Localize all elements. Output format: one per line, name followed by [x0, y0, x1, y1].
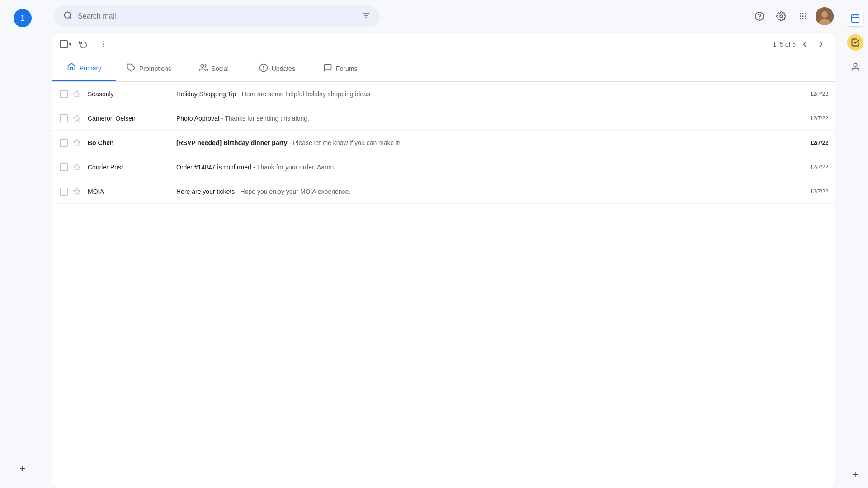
email-preview: - Thank for your order, Aaron.	[251, 164, 336, 171]
pagination-text: 1–5 of 5	[773, 41, 796, 48]
svg-marker-31	[74, 164, 80, 170]
search-filter-icon[interactable]	[362, 11, 371, 22]
star-icon[interactable]	[71, 89, 82, 99]
email-subject-preview: Order #14847 is confirmed - Thank for yo…	[176, 164, 803, 171]
select-dropdown-icon[interactable]: ▾	[69, 41, 71, 47]
email-checkbox[interactable]	[60, 90, 68, 98]
email-date: 12/7/22	[810, 140, 828, 146]
email-date: 12/7/22	[810, 188, 828, 195]
settings-button[interactable]	[772, 7, 790, 25]
tab-forums[interactable]: Forums	[309, 56, 372, 81]
tab-social[interactable]: Social	[182, 56, 245, 81]
email-tabs: Primary Promotions	[52, 56, 835, 82]
tab-updates-label: Updates	[272, 65, 295, 72]
tab-updates[interactable]: Updates	[245, 56, 309, 81]
more-options-button[interactable]	[95, 36, 111, 52]
svg-point-11	[800, 15, 801, 17]
email-row[interactable]: Courier Post Order #14847 is confirmed -…	[52, 155, 835, 179]
prev-page-button[interactable]	[797, 37, 812, 52]
right-panel-add-button[interactable]: +	[853, 469, 859, 481]
email-sender: Bo Chen	[88, 139, 169, 146]
svg-rect-33	[852, 15, 859, 22]
email-list: Seasonly Holiday Shopping Tip - Here are…	[52, 82, 835, 488]
content-wrapper: ▾ 1–5 of 5	[52, 33, 835, 488]
tasks-panel-button[interactable]	[847, 34, 863, 51]
email-preview: - Please let me know if you can make it!	[288, 139, 401, 146]
left-sidebar: 1 +	[0, 0, 45, 488]
email-row[interactable]: Bo Chen [RSVP needed] Birthday dinner pa…	[52, 131, 835, 155]
email-sender: Courier Post	[88, 164, 169, 171]
tab-social-label: Social	[212, 65, 229, 72]
svg-point-10	[805, 13, 806, 14]
email-row[interactable]: MOIA Here are your tickets - Hope you en…	[52, 179, 835, 204]
email-row[interactable]: Seasonly Holiday Shopping Tip - Here are…	[52, 82, 835, 106]
svg-point-20	[103, 41, 104, 42]
email-checkbox[interactable]	[60, 163, 68, 171]
contacts-panel-button[interactable]	[846, 58, 864, 76]
svg-point-12	[802, 15, 803, 17]
search-input[interactable]	[78, 12, 362, 20]
svg-marker-32	[74, 188, 80, 194]
svg-point-24	[201, 64, 204, 67]
email-subject: Holiday Shopping Tip	[176, 90, 236, 98]
header-right	[750, 7, 834, 25]
primary-tab-icon	[67, 62, 76, 74]
updates-tab-icon	[259, 63, 268, 75]
svg-point-22	[103, 46, 104, 47]
email-subject: Photo Approval	[176, 115, 219, 122]
svg-point-7	[780, 15, 783, 18]
refresh-button[interactable]	[75, 36, 91, 52]
email-sender: Cameron Oelsen	[88, 115, 169, 122]
select-all-checkbox[interactable]	[60, 40, 68, 48]
search-icon	[63, 11, 72, 22]
svg-point-9	[802, 13, 803, 14]
star-icon[interactable]	[71, 137, 82, 148]
calendar-panel-button[interactable]	[846, 9, 864, 27]
promotions-tab-icon	[127, 63, 136, 75]
email-date: 12/7/22	[810, 115, 828, 122]
tab-promotions[interactable]: Promotions	[116, 56, 182, 81]
tab-promotions-label: Promotions	[139, 65, 171, 72]
email-row[interactable]: Cameron Oelsen Photo Approval - Thanks f…	[52, 106, 835, 131]
user-avatar[interactable]	[816, 7, 834, 25]
email-preview: - Hope you enjoy your MOIA experience.	[235, 188, 350, 195]
email-preview: - Thanks for sending this along.	[219, 115, 309, 122]
email-subject-preview: Photo Approval - Thanks for sending this…	[176, 115, 803, 122]
svg-point-14	[800, 18, 801, 19]
star-icon[interactable]	[71, 162, 82, 173]
tab-primary[interactable]: Primary	[52, 56, 116, 81]
right-panel: +	[843, 0, 868, 488]
email-date: 12/7/22	[810, 91, 828, 97]
svg-point-8	[800, 13, 801, 14]
next-page-button[interactable]	[814, 37, 828, 52]
email-subject: Order #14847 is confirmed	[176, 164, 251, 171]
email-subject-preview: Here are your tickets - Hope you enjoy y…	[176, 188, 803, 195]
svg-point-37	[854, 63, 857, 66]
star-icon[interactable]	[71, 113, 82, 124]
email-subject-preview: [RSVP needed] Birthday dinner party - Pl…	[176, 139, 803, 146]
email-checkbox[interactable]	[60, 188, 68, 196]
email-sender: MOIA	[88, 188, 169, 195]
tab-forums-label: Forums	[336, 65, 357, 72]
apps-button[interactable]	[794, 7, 812, 25]
email-checkbox[interactable]	[60, 114, 68, 122]
svg-marker-30	[74, 139, 80, 145]
email-date: 12/7/22	[810, 164, 828, 170]
unread-count-badge: 1	[14, 9, 32, 27]
tab-primary-label: Primary	[80, 65, 101, 72]
toolbar: ▾ 1–5 of 5	[52, 33, 835, 56]
svg-line-1	[70, 17, 71, 19]
email-subject: Here are your tickets	[176, 188, 235, 195]
help-button[interactable]	[750, 7, 769, 25]
search-bar[interactable]	[54, 5, 380, 27]
add-label-button[interactable]: +	[20, 463, 26, 474]
svg-marker-28	[74, 90, 80, 97]
email-subject-preview: Holiday Shopping Tip - Here are some hel…	[176, 90, 803, 98]
email-subject: [RSVP needed] Birthday dinner party	[176, 139, 288, 146]
star-icon[interactable]	[71, 186, 82, 197]
svg-point-21	[103, 43, 104, 45]
forums-tab-icon	[323, 63, 332, 75]
select-all-container[interactable]: ▾	[60, 40, 71, 48]
email-sender: Seasonly	[88, 90, 169, 98]
email-checkbox[interactable]	[60, 139, 68, 147]
